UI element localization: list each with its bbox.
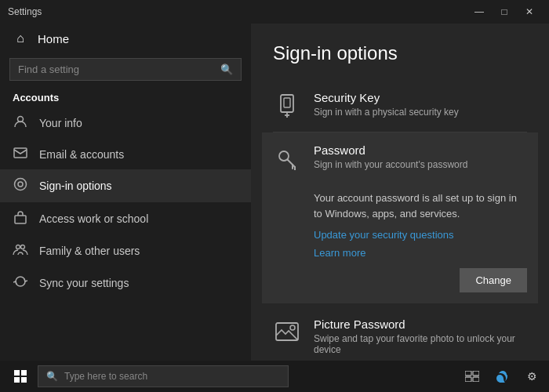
password-option: Password Sign in with your account's pas…	[262, 132, 538, 303]
svg-rect-20	[465, 371, 471, 376]
security-key-desc: Sign in with a physical security key	[314, 107, 527, 118]
password-desc: Sign in with your account's password	[314, 159, 467, 170]
password-title: Password	[314, 143, 467, 157]
svg-rect-17	[21, 370, 27, 376]
password-icon	[273, 145, 301, 173]
sidebar-item-your-info-label: Your info	[39, 117, 82, 129]
security-key-icon	[273, 93, 301, 121]
sidebar-home-label: Home	[38, 32, 69, 45]
taskbar-search-icon: 🔍	[46, 371, 58, 382]
taskbar-task-view[interactable]	[461, 365, 483, 387]
picture-password-title: Picture Password	[314, 318, 527, 331]
sync-icon	[13, 274, 28, 292]
svg-rect-18	[14, 377, 20, 383]
picture-password-option[interactable]: Picture Password Swipe and tap your favo…	[273, 307, 527, 361]
minimize-button[interactable]: —	[467, 4, 491, 20]
taskbar-search-box[interactable]: 🔍	[38, 365, 289, 387]
taskbar-settings-icon[interactable]: ⚙	[521, 365, 543, 387]
sidebar-item-access-work[interactable]: Access work or school	[0, 202, 251, 235]
sidebar: ⌂ Home 🔍 Accounts Your info	[0, 24, 251, 361]
title-bar: Settings — □ ✕	[0, 0, 549, 24]
sidebar-item-sign-in-label: Sign-in options	[39, 180, 112, 192]
sidebar-section-header: Accounts	[0, 87, 251, 107]
search-input[interactable]	[18, 64, 214, 75]
sidebar-item-home[interactable]: ⌂ Home	[0, 24, 251, 53]
svg-rect-16	[14, 370, 20, 376]
search-box[interactable]: 🔍	[9, 58, 242, 81]
home-icon: ⌂	[13, 31, 28, 45]
picture-password-text: Picture Password Swipe and tap your favo…	[314, 318, 527, 355]
svg-point-2	[18, 182, 23, 187]
svg-rect-19	[21, 377, 27, 383]
taskbar: 🔍 ⚙	[0, 361, 549, 392]
learn-more-link[interactable]: Learn more	[314, 247, 527, 259]
picture-password-icon	[273, 319, 301, 347]
svg-point-3	[15, 179, 27, 191]
right-panel: Sign-in options Security Key Sign in wit…	[251, 24, 549, 361]
svg-rect-8	[284, 98, 290, 107]
your-info-icon	[13, 114, 28, 132]
svg-rect-4	[15, 216, 26, 223]
svg-point-5	[16, 245, 20, 249]
svg-rect-22	[465, 377, 471, 382]
sidebar-item-sync-label: Sync your settings	[39, 277, 129, 289]
start-button[interactable]	[6, 362, 35, 390]
password-text: Password Sign in with your account's pas…	[314, 143, 467, 170]
sidebar-item-email-accounts-label: Email & accounts	[39, 148, 124, 161]
taskbar-edge-icon[interactable]	[491, 365, 513, 387]
svg-rect-23	[473, 377, 479, 382]
change-button[interactable]: Change	[460, 268, 527, 292]
window-title: Settings	[8, 6, 467, 17]
password-body-text: Your account password is all set up to s…	[314, 191, 527, 221]
svg-rect-1	[14, 148, 27, 158]
password-body: Your account password is all set up to s…	[273, 191, 527, 292]
svg-rect-21	[473, 371, 479, 376]
search-icon: 🔍	[220, 64, 233, 75]
sidebar-item-family-users[interactable]: Family & other users	[0, 235, 251, 267]
update-security-link[interactable]: Update your security questions	[314, 229, 527, 241]
main-content: ⌂ Home 🔍 Accounts Your info	[0, 24, 549, 361]
family-icon	[13, 243, 28, 259]
picture-password-desc: Swipe and tap your favorite photo to unl…	[314, 333, 527, 355]
taskbar-search-input[interactable]	[64, 371, 280, 382]
security-key-title: Security Key	[314, 91, 527, 104]
svg-point-15	[290, 325, 295, 330]
security-key-text: Security Key Sign in with a physical sec…	[314, 91, 527, 118]
sidebar-item-your-info[interactable]: Your info	[0, 107, 251, 140]
email-icon	[13, 147, 28, 162]
window-controls: — □ ✕	[467, 4, 541, 20]
sidebar-item-sign-in-options[interactable]: Sign-in options	[0, 169, 251, 202]
page-title: Sign-in options	[273, 42, 527, 64]
sidebar-item-access-work-label: Access work or school	[39, 212, 148, 225]
sidebar-item-family-users-label: Family & other users	[39, 245, 140, 257]
sidebar-item-sync-settings[interactable]: Sync your settings	[0, 267, 251, 299]
svg-point-6	[21, 245, 25, 249]
sign-in-icon	[13, 177, 28, 194]
close-button[interactable]: ✕	[518, 4, 541, 20]
sidebar-item-email-accounts[interactable]: Email & accounts	[0, 140, 251, 169]
password-option-header: Password Sign in with your account's pas…	[273, 143, 467, 173]
access-work-icon	[13, 210, 28, 227]
taskbar-right: ⚙	[461, 365, 543, 387]
maximize-button[interactable]: □	[493, 4, 516, 20]
security-key-option[interactable]: Security Key Sign in with a physical sec…	[273, 80, 527, 132]
